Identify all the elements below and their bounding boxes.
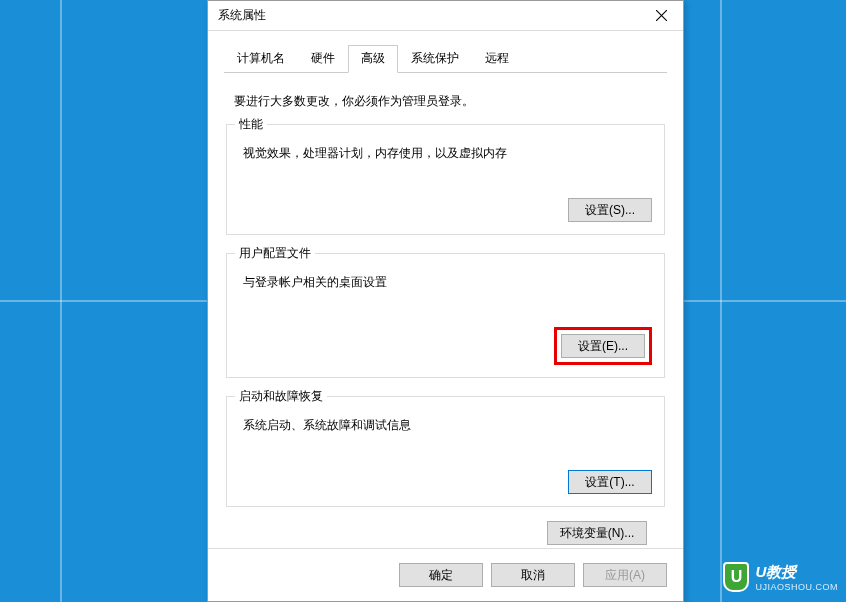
group-user-profiles: 用户配置文件 与登录帐户相关的桌面设置 设置(E)... [226,253,665,378]
tab-remote[interactable]: 远程 [472,45,522,72]
group-performance-desc: 视觉效果，处理器计划，内存使用，以及虚拟内存 [243,145,652,162]
group-performance: 性能 视觉效果，处理器计划，内存使用，以及虚拟内存 设置(S)... [226,124,665,235]
apply-button[interactable]: 应用(A) [583,563,667,587]
group-startup-desc: 系统启动、系统故障和调试信息 [243,417,652,434]
environment-variables-button[interactable]: 环境变量(N)... [547,521,647,545]
dialog-footer: 确定 取消 应用(A) [208,548,683,601]
group-profiles-legend: 用户配置文件 [235,245,315,262]
system-properties-dialog: 系统属性 计算机名 硬件 高级 系统保护 远程 要进行大多数更改，你必须作为管理… [207,0,684,602]
startup-settings-button[interactable]: 设置(T)... [568,470,652,494]
close-icon [656,10,667,21]
performance-settings-button[interactable]: 设置(S)... [568,198,652,222]
admin-notice: 要进行大多数更改，你必须作为管理员登录。 [226,81,665,124]
profiles-settings-button[interactable]: 设置(E)... [561,334,645,358]
group-profiles-desc: 与登录帐户相关的桌面设置 [243,274,652,291]
watermark: U U教授 UJIAOSHOU.COM [723,562,838,592]
watermark-brand: U教授 [755,563,838,582]
highlight-annotation: 设置(E)... [554,327,652,365]
desktop-divider-vertical-right [720,0,722,602]
dialog-title: 系统属性 [218,7,266,24]
tab-hardware[interactable]: 硬件 [298,45,348,72]
group-startup-recovery: 启动和故障恢复 系统启动、系统故障和调试信息 设置(T)... [226,396,665,507]
group-performance-legend: 性能 [235,116,267,133]
ok-button[interactable]: 确定 [399,563,483,587]
tab-system-protection[interactable]: 系统保护 [398,45,472,72]
focus-ring: 设置(T)... [568,470,652,494]
close-button[interactable] [639,1,683,31]
tab-computer-name[interactable]: 计算机名 [224,45,298,72]
group-startup-legend: 启动和故障恢复 [235,388,327,405]
titlebar: 系统属性 [208,1,683,31]
shield-icon: U [723,562,749,592]
watermark-text: U教授 UJIAOSHOU.COM [755,563,838,592]
tab-bar: 计算机名 硬件 高级 系统保护 远程 [208,31,683,72]
watermark-url: UJIAOSHOU.COM [755,582,838,592]
cancel-button[interactable]: 取消 [491,563,575,587]
desktop-divider-vertical-left [60,0,62,602]
tab-advanced[interactable]: 高级 [348,45,398,73]
shield-letter: U [731,568,743,586]
tab-content-advanced: 要进行大多数更改，你必须作为管理员登录。 性能 视觉效果，处理器计划，内存使用，… [208,73,683,548]
